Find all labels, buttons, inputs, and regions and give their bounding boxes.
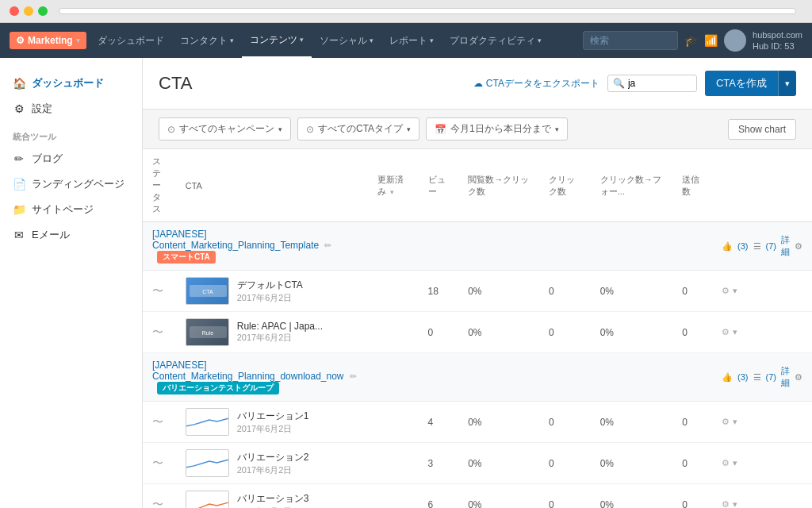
productivity-chevron: ▾ <box>538 37 542 44</box>
cta-name: バリエーション2 <box>237 451 309 464</box>
maximize-btn[interactable] <box>38 6 48 16</box>
views-cell: 6 <box>419 484 459 509</box>
cta-table: ステータス CTA 更新済み ▾ ビュー 閲覧数→クリック数 クリック数 クリッ… <box>143 149 812 508</box>
table-body: [JAPANESE] Content_Marketing_Planning_Te… <box>143 222 812 509</box>
ctr-cell: 0% <box>458 402 539 443</box>
cta-thumbnail[interactable] <box>186 408 229 436</box>
col-actions <box>712 149 812 222</box>
submissions-cell: 0 <box>672 312 712 353</box>
row-chevron-icon[interactable]: ▾ <box>733 327 737 337</box>
cta-name: バリエーション3 <box>237 492 309 506</box>
settings-icon[interactable]: ⚙ <box>795 372 802 383</box>
group-actions-cell: 👍 (3) ☰ (7) 詳細 ⚙ <box>712 222 812 271</box>
cta-thumbnail[interactable] <box>186 491 229 508</box>
row-chevron-icon[interactable]: ▾ <box>733 417 737 427</box>
nav-logo[interactable]: ⚙ Marketing ▾ <box>10 32 86 49</box>
nav-search-input[interactable] <box>583 31 678 50</box>
date-filter[interactable]: 📅 今月1日から本日分まで ▾ <box>426 117 568 140</box>
sidebar-item-site[interactable]: 📁 サイトページ <box>0 197 142 222</box>
page-header-right: ☁ CTAデータをエクスポート 🔍 CTAを作成 ▾ <box>473 71 796 96</box>
sidebar-item-blog[interactable]: ✏ ブログ <box>0 146 142 171</box>
contact-chevron: ▾ <box>230 37 234 44</box>
graduation-icon[interactable]: 🎓 <box>684 34 698 47</box>
submissions-cell: 0 <box>672 443 712 484</box>
show-chart-button[interactable]: Show chart <box>728 119 796 140</box>
cta-cell: バリエーション12017年6月2日 <box>176 402 368 443</box>
row-settings-icon[interactable]: ⚙ <box>722 417 730 427</box>
sidebar-item-email[interactable]: ✉ Eメール <box>0 222 142 248</box>
group-spacer <box>368 353 713 402</box>
settings-icon[interactable]: ⚙ <box>795 241 802 252</box>
row-settings-icon[interactable]: ⚙ <box>722 286 730 296</box>
campaign-filter[interactable]: ⊙ すべてのキャンペーン ▾ <box>159 117 291 140</box>
search-icon: 🔍 <box>613 78 625 89</box>
clicks-cell: 0 <box>539 402 591 443</box>
list-count: (7) <box>766 372 776 382</box>
list-icon: ☰ <box>753 241 761 252</box>
gear-icon: ⚙ <box>13 102 25 115</box>
minimize-btn[interactable] <box>24 6 33 16</box>
detail-link[interactable]: 詳細 <box>781 365 790 389</box>
create-cta-group: CTAを作成 ▾ <box>705 71 796 96</box>
row-chevron-icon[interactable]: ▾ <box>733 458 737 468</box>
cta-thumbnail[interactable]: Rule <box>186 318 229 346</box>
group-row: [JAPANESE] Content_Marketing_Planning_Te… <box>143 222 812 271</box>
cta-search-input[interactable] <box>628 78 691 89</box>
group-row: [JAPANESE] Content_Marketing_Planning_do… <box>143 353 812 402</box>
group-name-link[interactable]: [JAPANESE] Content_Marketing_Planning_do… <box>152 360 344 382</box>
row-chevron-icon[interactable]: ▾ <box>733 286 737 296</box>
row-actions-cell: ⚙ ▾ <box>712 312 812 353</box>
row-actions: ⚙ ▾ <box>722 286 802 296</box>
svg-text:CTA: CTA <box>202 289 213 294</box>
create-cta-caret[interactable]: ▾ <box>778 71 796 96</box>
pencil-icon[interactable]: ✏ <box>324 241 331 250</box>
content-chevron: ▾ <box>300 36 304 44</box>
clicks-cell: 0 <box>539 484 591 509</box>
sidebar-item-settings[interactable]: ⚙ 設定 <box>0 96 142 121</box>
nav-item-productivity[interactable]: プロダクティビティ ▾ <box>442 23 550 58</box>
sidebar: 🏠 ダッシュボード ⚙ 設定 統合ツール ✏ ブログ 📄 ランディングページ 📁… <box>0 58 143 508</box>
status-cell: 〜 <box>143 443 176 484</box>
nav-item-social[interactable]: ソーシャル ▾ <box>312 23 381 58</box>
cta-thumbnail[interactable]: CTA <box>186 277 229 305</box>
wifi-icon[interactable]: 📶 <box>704 34 718 47</box>
cta-thumbnail[interactable] <box>186 449 229 477</box>
sidebar-item-landing[interactable]: 📄 ランディングページ <box>0 171 142 197</box>
group-name-cell: [JAPANESE] Content_Marketing_Planning_do… <box>143 353 368 402</box>
row-settings-icon[interactable]: ⚙ <box>722 458 730 468</box>
row-chevron-icon[interactable]: ▾ <box>733 499 737 508</box>
waveform-icon: 〜 <box>152 415 163 428</box>
sidebar-item-dashboard[interactable]: 🏠 ダッシュボード <box>0 71 142 96</box>
row-settings-icon[interactable]: ⚙ <box>722 499 730 508</box>
col-updated[interactable]: 更新済み ▾ <box>368 149 419 222</box>
ctr-cell: 0% <box>458 312 539 353</box>
sort-icon: ▾ <box>390 188 394 196</box>
row-settings-icon[interactable]: ⚙ <box>722 327 730 337</box>
row-actions: ⚙ ▾ <box>722 458 802 468</box>
close-btn[interactable] <box>10 6 19 16</box>
nav-item-dashboard[interactable]: ダッシュボード <box>90 23 172 58</box>
nav-item-content[interactable]: コンテンツ ▾ <box>242 23 312 58</box>
cloud-icon: ☁ <box>473 78 483 89</box>
updated-cell <box>368 312 419 353</box>
waveform-icon: 〜 <box>152 456 163 469</box>
address-bar[interactable] <box>59 8 796 14</box>
avatar[interactable] <box>724 29 746 52</box>
row-actions-cell: ⚙ ▾ <box>712 443 812 484</box>
nav-item-contact[interactable]: コンタクト ▾ <box>172 23 242 58</box>
create-cta-button[interactable]: CTAを作成 <box>705 71 778 96</box>
table-row: 〜バリエーション32017年6月2日60%00%0 ⚙ ▾ <box>143 484 812 509</box>
cta-type-filter[interactable]: ⊙ すべてのCTAタイプ ▾ <box>297 117 419 140</box>
col-ctr: 閲覧数→クリック数 <box>458 149 539 222</box>
group-name-cell: [JAPANESE] Content_Marketing_Planning_Te… <box>143 222 368 271</box>
submissions-cell: 0 <box>672 484 712 509</box>
nav-item-report[interactable]: レポート ▾ <box>381 23 442 58</box>
col-click-form: クリック数→フォー... <box>591 149 673 222</box>
waveform-icon: 〜 <box>152 325 163 338</box>
detail-link[interactable]: 詳細 <box>781 234 790 258</box>
row-actions: ⚙ ▾ <box>722 417 802 427</box>
window-chrome <box>0 0 812 23</box>
pencil-icon[interactable]: ✏ <box>350 371 357 381</box>
group-name-link[interactable]: [JAPANESE] Content_Marketing_Planning_Te… <box>152 229 319 251</box>
export-link[interactable]: ☁ CTAデータをエクスポート <box>473 77 599 90</box>
